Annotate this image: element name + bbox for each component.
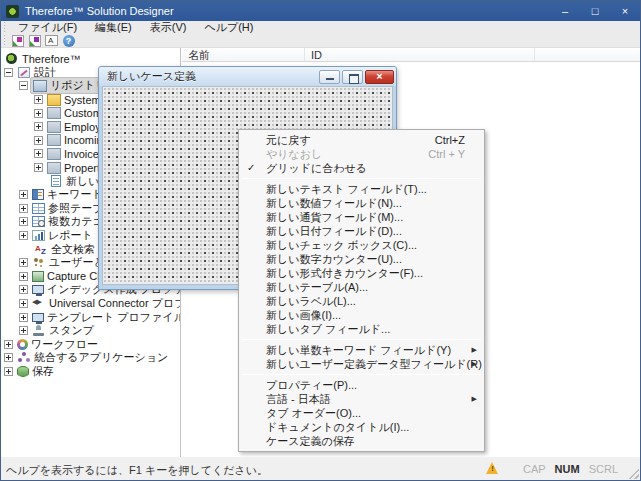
tree-item[interactable]: Universal Connector プロファイル <box>1 297 180 311</box>
menu-item[interactable]: 言語 - 日本語▶ <box>240 392 483 406</box>
menu-item[interactable]: ✓グリッドに合わせる <box>240 161 483 175</box>
resize-grip[interactable] <box>628 468 639 479</box>
tree-item[interactable]: スタンプ <box>1 324 180 338</box>
expander-plus-icon[interactable] <box>19 299 28 308</box>
menu-item-label: 新しいユーザー定義データ型フィールド(R) <box>266 358 482 370</box>
menu-item[interactable]: 新しいテキスト フィールド(T)... <box>240 182 483 196</box>
menu-item[interactable]: 新しいチェック ボックス(C)... <box>240 238 483 252</box>
toolbar-items <box>9 34 77 48</box>
expander-plus-icon[interactable] <box>34 122 43 131</box>
child-minimize-button[interactable] <box>319 70 340 84</box>
menu-item[interactable]: ケース定義の保存 <box>240 434 483 448</box>
expander-plus-icon[interactable] <box>19 272 28 281</box>
menu-item-label: 新しい通貨フィールド(M)... <box>266 211 403 223</box>
child-maximize-button[interactable] <box>342 70 363 84</box>
menu-item[interactable]: 新しい画像(I)... <box>240 308 483 322</box>
case-doc-icon <box>51 175 61 187</box>
expander-plus-icon[interactable] <box>4 367 13 376</box>
menu-item[interactable]: 新しいラベル(L)... <box>240 294 483 308</box>
save-icon <box>17 366 29 377</box>
status-bar: ヘルプを表示するには、F1 キーを押してください。 CAPNUMSCRL <box>1 457 640 480</box>
app-logo-icon <box>6 5 19 18</box>
folder-gray-icon <box>47 134 61 146</box>
tree-item[interactable]: テンプレート プロファイル <box>1 310 180 324</box>
menu-item-label: グリッドに合わせる <box>266 162 367 174</box>
expander-plus-icon[interactable] <box>34 109 43 118</box>
expander-plus-icon[interactable] <box>19 326 28 335</box>
menu-item[interactable]: プロパティー(P)... <box>240 378 483 392</box>
rename-button[interactable] <box>43 34 60 48</box>
menu-item-label: 新しいタブ フィールド... <box>266 323 390 335</box>
column-header-name[interactable]: 名前 <box>182 48 305 61</box>
expander-plus-icon[interactable] <box>34 149 43 158</box>
rename-icon <box>45 35 58 46</box>
menu-item[interactable]: 新しいユーザー定義データ型フィールド(R)▶ <box>240 357 483 371</box>
therefore-logo-icon <box>6 53 17 64</box>
tree-item[interactable]: ワークフロー <box>1 337 180 351</box>
maximize-button[interactable]: □ <box>580 1 610 21</box>
expander-plus-icon[interactable] <box>4 340 13 349</box>
tree-item[interactable]: Therefore™ <box>1 52 180 66</box>
menu-item[interactable]: やりなおしCtrl + Y <box>240 147 483 161</box>
integration-icon <box>17 352 31 364</box>
check-icon: ✓ <box>247 161 255 175</box>
menu-item-label: 言語 - 日本語 <box>266 393 331 405</box>
menu-item-label: 元に戻す <box>266 134 311 146</box>
help-button[interactable] <box>60 34 77 48</box>
menu-item[interactable]: 新しい形式付きカウンター(F)... <box>240 266 483 280</box>
category-design-button[interactable] <box>26 34 43 48</box>
menu-item[interactable]: 新しい単数キーワード フィールド(Y)▶ <box>240 343 483 357</box>
expander-plus-icon[interactable] <box>34 163 43 172</box>
menubar-item[interactable]: 表示(V) <box>141 21 196 34</box>
menu-item[interactable]: 新しい通貨フィールド(M)... <box>240 210 483 224</box>
key-state-scrl: SCRL <box>589 463 618 475</box>
ref-table-icon <box>32 203 45 214</box>
expander-minus-icon[interactable] <box>19 81 28 90</box>
expander-plus-icon[interactable] <box>19 217 28 226</box>
category-design-icon <box>29 35 41 47</box>
menu-item[interactable]: 新しいタブ フィールド... <box>240 322 483 336</box>
menu-item[interactable]: タブ オーダー(O)... <box>240 406 483 420</box>
menu-item[interactable]: ドキュメントのタイトル(I)... <box>240 420 483 434</box>
minimize-button[interactable]: – <box>550 1 580 21</box>
dictionary-icon <box>32 189 44 200</box>
menubar-grip[interactable] <box>2 22 7 33</box>
case-design-icon <box>12 35 24 47</box>
fulltext-icon <box>34 243 48 255</box>
application-window: Therefore™ Solution Designer – □ × ファイル(… <box>0 0 641 481</box>
menubar-item[interactable]: 編集(E) <box>86 21 141 34</box>
menubar-item[interactable]: ヘルプ(H) <box>195 21 262 34</box>
toolbar <box>1 34 640 48</box>
expander-plus-icon[interactable] <box>19 313 28 322</box>
expander-plus-icon[interactable] <box>19 258 28 267</box>
child-close-button[interactable] <box>365 70 394 84</box>
folder-yellow-icon <box>47 94 61 106</box>
expander-plus-icon[interactable] <box>4 353 13 362</box>
expander-plus-icon[interactable] <box>34 136 43 145</box>
expander-plus-icon[interactable] <box>34 95 43 104</box>
expander-plus-icon[interactable] <box>19 190 28 199</box>
expander-minus-icon[interactable] <box>4 68 13 77</box>
tree-item[interactable]: 統合するアプリケーション <box>1 351 180 365</box>
workflow-icon <box>17 339 28 350</box>
menu-item[interactable]: 元に戻すCtrl+Z <box>240 133 483 147</box>
menu-item[interactable]: 新しい日付フィールド(D)... <box>240 224 483 238</box>
column-header-id[interactable]: ID <box>305 48 535 61</box>
tree-item[interactable]: 保存 <box>1 365 180 379</box>
menu-item[interactable]: 新しい数字カウンター(U)... <box>240 252 483 266</box>
case-definition-titlebar[interactable]: 新しいケース定義 <box>99 67 396 86</box>
users-icon <box>32 257 46 269</box>
stamp-icon <box>32 325 46 337</box>
title-bar[interactable]: Therefore™ Solution Designer – □ × <box>1 1 640 21</box>
expander-plus-icon[interactable] <box>19 204 28 213</box>
close-button[interactable]: × <box>610 1 640 21</box>
menu-item-label: 新しい形式付きカウンター(F)... <box>266 267 423 279</box>
expander-plus-icon[interactable] <box>19 231 28 240</box>
menu-item[interactable]: 新しい数値フィールド(N)... <box>240 196 483 210</box>
menubar-item[interactable]: ファイル(F) <box>9 21 86 34</box>
menu-item[interactable]: 新しいテーブル(A)... <box>240 280 483 294</box>
case-design-button[interactable] <box>9 34 26 48</box>
tree-item-label: System <box>64 94 101 106</box>
toolbar-grip[interactable] <box>2 35 7 46</box>
expander-plus-icon[interactable] <box>19 285 28 294</box>
